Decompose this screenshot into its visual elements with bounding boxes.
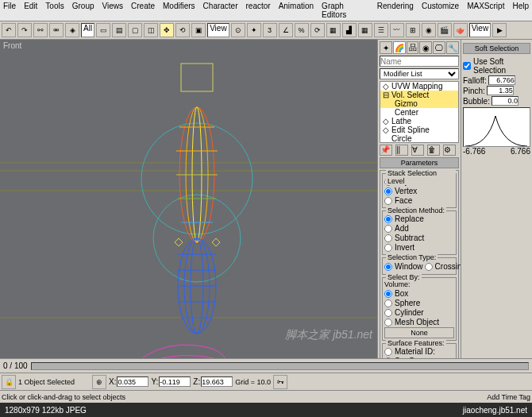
percent-snap-button[interactable]: % [295,23,309,37]
scale-button[interactable]: ▣ [191,23,206,37]
menu-group[interactable]: Group [72,2,94,19]
curve-editor-button[interactable]: 〰 [390,23,404,37]
pinch-input[interactable] [487,86,514,95]
command-panel: ✦ 🌈 品 ◉ 🖵 🔧 Modifier List ◇UVW Mapping ⊟… [377,40,461,358]
sm-replace[interactable] [384,215,392,223]
remove-mod-button[interactable]: 🗑 [427,145,440,156]
tab-display[interactable]: 🖵 [433,41,445,54]
spinner-snap-button[interactable]: ⟳ [310,23,325,37]
soft-header[interactable]: Soft Selection [463,43,530,54]
ref-coord[interactable]: View [207,23,229,37]
rotate-button[interactable]: ⟲ [175,23,190,37]
vol-cylinder[interactable] [384,309,392,317]
menu-edit[interactable]: Edit [24,2,37,19]
abs-rel-icon[interactable]: ⊕ [92,375,106,389]
pin-stack-button[interactable]: 📌 [380,145,392,156]
st-crossing[interactable] [425,263,433,271]
time-tag[interactable]: Add Time Tag [487,393,530,401]
modifier-list[interactable]: Modifier List [380,68,459,79]
x-input[interactable] [117,376,148,387]
sm-label: Selection Method: [386,207,446,214]
layers-button[interactable]: ☰ [374,23,388,37]
manip-button[interactable]: ✦ [247,23,261,37]
menu-maxscript[interactable]: MAXScript [467,2,504,19]
tab-hierarchy[interactable]: 品 [407,41,419,54]
menu-file[interactable]: File [3,2,16,19]
stack-editspline: ◇Edit Spline [380,125,458,134]
st-window[interactable] [384,263,392,271]
tab-motion[interactable]: ◉ [419,41,432,54]
mirror-button[interactable]: ▟ [342,23,357,37]
undo-button[interactable]: ↶ [2,23,16,37]
menu-create[interactable]: Create [131,2,155,19]
viewport-label: Front [3,41,21,50]
ssl-face[interactable] [384,197,392,205]
show-result-button[interactable]: || [395,145,408,156]
render-last-button[interactable]: ▶ [492,23,507,37]
render-preset[interactable]: View [469,23,492,37]
redo-button[interactable]: ↷ [17,23,32,37]
vol-mesh[interactable] [384,319,392,326]
sm-subtract[interactable] [384,234,392,242]
unique-button[interactable]: ∀ [411,145,424,156]
bubble-input[interactable] [492,96,519,106]
bind-button[interactable]: ◈ [65,23,79,37]
menu-rendering[interactable]: Rendering [377,2,414,19]
align-button[interactable]: ▦ [358,23,372,37]
z-input[interactable] [201,376,233,387]
lock-icon[interactable]: 🔒 [2,375,16,389]
schematic-button[interactable]: ⊞ [406,23,420,37]
move-button[interactable]: ✥ [160,23,174,37]
vol-none-button[interactable]: None [384,327,454,338]
select-region-button[interactable]: ▢ [128,23,142,37]
object-name-field[interactable] [380,56,459,67]
sf-smgroup[interactable] [384,357,392,359]
axis-max: 6.766 [511,147,530,156]
window-crossing-button[interactable]: ◫ [144,23,158,37]
tab-modify[interactable]: 🌈 [393,41,406,54]
snap-button[interactable]: 3 [263,23,277,37]
vol-sphere[interactable] [384,299,392,307]
pivot-button[interactable]: ⊙ [231,23,245,37]
menu-reactor[interactable]: reactor [246,2,271,19]
slider-track[interactable] [31,362,529,370]
sf-matid[interactable] [384,348,392,356]
tab-utilities[interactable]: 🔧 [446,41,459,54]
unlink-button[interactable]: ⚮ [49,23,64,37]
parameters-header[interactable]: Parameters [380,157,459,168]
time-slider[interactable]: 0 / 100 [0,358,532,373]
link-button[interactable]: ⚯ [33,23,48,37]
quick-render-button[interactable]: 🫖 [453,23,468,37]
tab-create[interactable]: ✦ [380,41,392,54]
stack-volselect: ⊟Vol. Select [380,91,458,99]
vol-box[interactable] [384,290,392,298]
y-input[interactable] [159,376,191,387]
modifier-stack[interactable]: ◇UVW Mapping ⊟Vol. Select Gizmo Center ◇… [380,81,459,143]
menu-grapheditors[interactable]: Graph Editors [322,2,369,19]
svg-rect-0 [181,64,213,91]
render-scene-button[interactable]: 🎬 [438,23,452,37]
selection-filter[interactable]: All [81,23,94,37]
viewport[interactable]: Front [0,40,377,358]
menu-views[interactable]: Views [102,2,124,19]
material-button[interactable]: ◉ [422,23,436,37]
menu-animation[interactable]: Animation [279,2,314,19]
select-name-button[interactable]: ▤ [112,23,126,37]
menu-character[interactable]: Character [203,2,238,19]
select-object-button[interactable]: ▭ [96,23,110,37]
named-sel-button[interactable]: ▦ [326,23,341,37]
key-icon[interactable]: 🗝 [273,375,287,389]
sm-add[interactable] [384,225,392,233]
menu-customize[interactable]: Customize [422,2,459,19]
ssl-vertex[interactable] [384,187,392,195]
angle-snap-button[interactable]: ∠ [279,23,293,37]
menu-help[interactable]: Help [512,2,529,19]
sm-invert[interactable] [384,244,392,252]
menu-modifiers[interactable]: Modifiers [163,2,195,19]
footer-site: jiaocheng.jb51.net [463,406,527,415]
bubble-label: Bubble: [463,97,490,106]
menu-tools[interactable]: Tools [45,2,64,19]
configure-button[interactable]: ⚙ [443,145,456,156]
falloff-input[interactable] [488,75,515,85]
use-soft-check[interactable] [463,62,471,70]
